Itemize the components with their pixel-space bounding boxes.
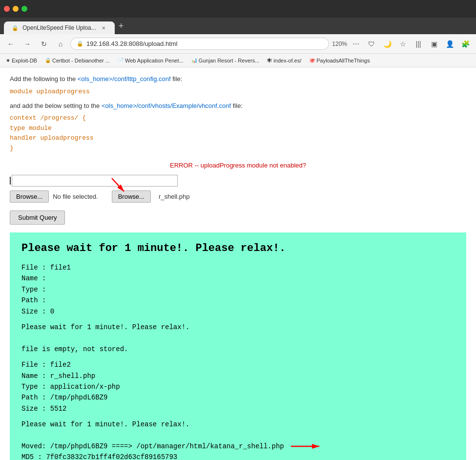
result-area: Please wait for 1 minute!. Please relax!…: [10, 232, 466, 460]
result-line: File : file2: [21, 359, 455, 370]
profile-icon[interactable]: 👤: [443, 37, 456, 51]
bookmark-label: Gunjan Resort - Revers...: [199, 58, 260, 63]
bookmark-payloads[interactable]: 🐙 PayloadsAllTheThings: [307, 57, 372, 64]
bookmark-label: index-of.es/: [273, 58, 301, 63]
nav-icons: 120% ⋯ 🛡 🌙 ☆ ||| ▣ 👤 🧩: [332, 37, 472, 51]
red-arrow-indicator: [107, 176, 131, 195]
file-path-2: <ols_home>/conf/vhosts/Example/vhconf.co…: [102, 102, 231, 109]
intro-text-2: and add the below setting to the <ols_ho…: [10, 102, 466, 109]
url-text: 192.168.43.28:8088/upload.html: [86, 40, 178, 47]
zoom-level: 120%: [332, 41, 347, 47]
file1-label: No file selected.: [53, 193, 98, 200]
result-section-wait2: Please wait for 1 minute!. Please relax!…: [21, 419, 455, 460]
intro-text-1: Add the following to the <ols_home>/conf…: [10, 75, 466, 83]
module-code: module uploadprogress: [10, 88, 90, 95]
bookmark-certbot[interactable]: 🔒 Certbot - Debianother ...: [43, 57, 112, 64]
result-title: Please wait for 1 minute!. Please relax!…: [21, 242, 455, 254]
code-line-3: handler uploadprogress: [10, 133, 466, 144]
text-cursor: [10, 177, 11, 185]
svg-line-1: [112, 178, 124, 191]
text-input-field[interactable]: [12, 175, 178, 187]
code-block-1: module uploadprogress: [10, 86, 466, 97]
shield-icon[interactable]: 🛡: [365, 37, 378, 51]
code-line-4: }: [10, 144, 466, 154]
result-line: File : file1: [21, 262, 455, 273]
code-block-2: context /progress/ { type module handler…: [10, 113, 466, 154]
result-section-wait1: Please wait for 1 minute!. Please relax!…: [21, 322, 455, 355]
moon-icon[interactable]: 🌙: [380, 37, 394, 51]
browse-button-1[interactable]: Browse...: [10, 190, 49, 203]
bookmark-icon-payloads: 🐙: [309, 58, 315, 63]
bookmark-label: PayloadsAllTheThings: [316, 58, 370, 63]
result-line: Type : application/x-php: [21, 381, 455, 392]
tabs-icon[interactable]: ▣: [427, 37, 441, 51]
result-line: Please wait for 1 minute!. Please relax!…: [21, 322, 455, 333]
submit-row: Submit Query: [10, 207, 466, 229]
bookmark-exploit-db[interactable]: ★ Exploit-DB: [4, 57, 39, 64]
back-button[interactable]: ←: [4, 37, 18, 51]
nav-bar: ← → ↻ ⌂ 🔒 192.168.43.28:8088/upload.html…: [0, 34, 476, 54]
result-line: Name :: [21, 273, 455, 284]
submit-button[interactable]: Submit Query: [10, 210, 65, 225]
result-line: Type :: [21, 284, 455, 295]
result-line: [21, 430, 455, 440]
bookmarks-icon[interactable]: |||: [412, 37, 425, 51]
bookmark-webapp[interactable]: 📄 Web Application Penet...: [116, 57, 186, 64]
page-content: Add the following to the <ols_home>/conf…: [0, 67, 476, 460]
menu-dots-button[interactable]: ⋯: [349, 37, 363, 51]
bookmark-gunjan[interactable]: 📊 Gunjan Resort - Revers...: [189, 57, 262, 64]
extension-icon[interactable]: 🧩: [458, 37, 472, 51]
result-line: MD5 : 7f0fc3832c7b1ff4f02d63cf89165793: [21, 452, 455, 460]
active-tab[interactable]: 🔒 OpenLiteSpeed File Uploa... ✕: [4, 21, 115, 34]
tab-bar: 🔒 OpenLiteSpeed File Uploa... ✕ +: [0, 18, 476, 34]
code-line-2: type module: [10, 124, 466, 134]
code-line-1: context /progress/ {: [10, 113, 466, 124]
result-line: Name : r_shell.php: [21, 371, 455, 381]
result-line: file is empty, not stored.: [21, 344, 455, 355]
bookmark-label: Web Application Penet...: [125, 58, 184, 63]
bookmark-label: Exploit-DB: [12, 58, 37, 63]
result-section-file2: File : file2 Name : r_shell.php Type : a…: [21, 359, 455, 414]
bookmark-label: Certbot - Debianother ...: [52, 58, 110, 63]
text-input-row: [10, 175, 466, 187]
result-line: Size : 5512: [21, 403, 455, 414]
result-line: Path : /tmp/phpdL6BZ9: [21, 392, 455, 403]
refresh-button[interactable]: ↻: [37, 37, 51, 51]
file2-label: r_shell.php: [159, 193, 190, 200]
result-line: [21, 333, 455, 343]
tab-title: OpenLiteSpeed File Uploa...: [22, 24, 96, 31]
home-button[interactable]: ⌂: [54, 37, 67, 51]
result-line: Size : 0: [21, 306, 455, 317]
result-section-file1: File : file1 Name : Type : Path : Size :…: [21, 262, 455, 317]
security-icon: 🔒: [77, 41, 83, 47]
bookmark-icon-gunjan: 📊: [191, 58, 197, 63]
star-icon[interactable]: ☆: [396, 37, 410, 51]
bookmark-icon-indexof: 🕷: [267, 58, 272, 63]
new-tab-button[interactable]: +: [115, 19, 128, 33]
result-line: Path :: [21, 295, 455, 306]
bookmark-icon-certbot: 🔒: [45, 58, 51, 63]
bookmark-indexof[interactable]: 🕷 index-of.es/: [265, 57, 303, 64]
url-bar[interactable]: 🔒 192.168.43.28:8088/upload.html: [70, 38, 329, 50]
result-moved-line: Moved: /tmp/phpdL6BZ9 ====> /opt/manager…: [21, 441, 455, 452]
file-upload-row-1: Browse... No file selected. Browse... r_…: [10, 190, 466, 203]
result-line: Please wait for 1 minute!. Please relax!…: [21, 419, 455, 430]
red-arrow-moved: [290, 442, 324, 450]
bookmarks-bar: ★ Exploit-DB 🔒 Certbot - Debianother ...…: [0, 54, 476, 67]
title-bar: [0, 0, 476, 18]
bookmark-icon-exploit: ★: [6, 58, 10, 63]
bookmark-icon-webapp: 📄: [118, 58, 124, 63]
forward-button[interactable]: →: [21, 37, 34, 51]
tab-close-button[interactable]: ✕: [100, 24, 107, 31]
error-message: ERROR -- uploadProgress module not enabl…: [10, 162, 466, 169]
file-path-1: <ols_home>/conf/lttp_config.conf: [78, 75, 171, 83]
